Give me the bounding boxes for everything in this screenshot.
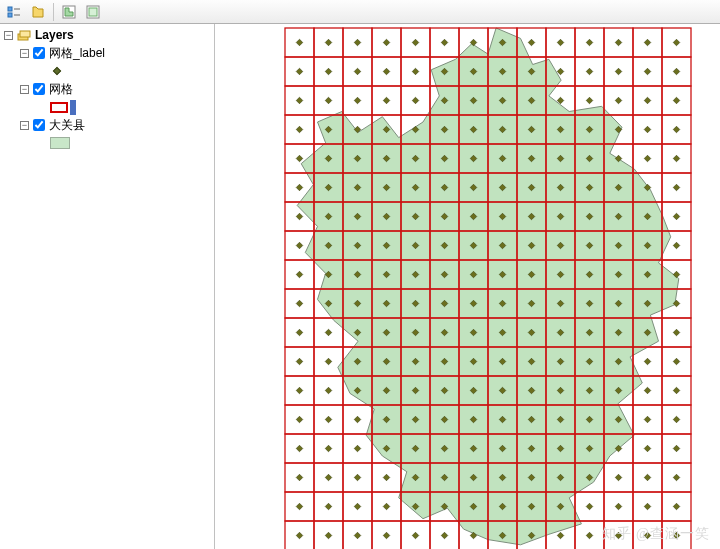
svg-rect-279 [412, 68, 419, 75]
svg-rect-285 [586, 68, 593, 75]
svg-rect-414 [673, 329, 680, 336]
svg-rect-317 [296, 155, 303, 162]
svg-rect-264 [383, 39, 390, 46]
svg-rect-262 [325, 39, 332, 46]
svg-rect-444 [325, 416, 332, 423]
svg-rect-488 [383, 503, 390, 510]
layer-visibility-checkbox[interactable] [33, 47, 45, 59]
svg-rect-387 [296, 300, 303, 307]
svg-rect-501 [354, 532, 361, 539]
svg-rect-458 [325, 445, 332, 452]
svg-rect-284 [557, 68, 564, 75]
layers-root[interactable]: − Layers [0, 26, 214, 44]
svg-rect-8 [20, 31, 30, 37]
fishnet-grid [285, 28, 691, 549]
svg-rect-345 [296, 213, 303, 220]
svg-rect-497 [644, 503, 651, 510]
polygon-symbol-icon [50, 137, 70, 149]
svg-rect-1 [8, 13, 12, 17]
svg-rect-272 [615, 39, 622, 46]
collapse-icon[interactable]: − [20, 49, 29, 58]
svg-rect-499 [296, 532, 303, 539]
svg-rect-456 [673, 416, 680, 423]
layer-item[interactable]: − 大关县 [0, 116, 214, 134]
svg-rect-495 [586, 503, 593, 510]
svg-rect-290 [325, 97, 332, 104]
svg-rect-293 [412, 97, 419, 104]
svg-rect-289 [296, 97, 303, 104]
layer-visibility-checkbox[interactable] [33, 119, 45, 131]
list-by-drawing-icon[interactable] [3, 2, 25, 22]
svg-rect-428 [673, 358, 680, 365]
svg-rect-512 [673, 532, 680, 539]
svg-rect-275 [296, 68, 303, 75]
svg-rect-445 [354, 416, 361, 423]
svg-rect-265 [412, 39, 419, 46]
list-by-visibility-icon[interactable] [58, 2, 80, 22]
layer-name: 大关县 [49, 116, 85, 134]
layer-symbol[interactable] [0, 134, 214, 152]
collapse-icon[interactable]: − [4, 31, 13, 40]
svg-rect-0 [8, 7, 12, 11]
collapse-icon[interactable]: − [20, 121, 29, 130]
svg-rect-416 [325, 358, 332, 365]
svg-rect-471 [296, 474, 303, 481]
svg-rect-415 [296, 358, 303, 365]
svg-rect-472 [325, 474, 332, 481]
map-viewport[interactable] [215, 24, 720, 549]
svg-rect-483 [644, 474, 651, 481]
svg-rect-508 [557, 532, 564, 539]
svg-rect-455 [644, 416, 651, 423]
svg-rect-509 [586, 532, 593, 539]
layer-symbol[interactable] [0, 62, 214, 80]
svg-rect-504 [441, 532, 448, 539]
svg-rect-402 [325, 329, 332, 336]
svg-rect-291 [354, 97, 361, 104]
svg-rect-344 [673, 184, 680, 191]
svg-rect-316 [673, 126, 680, 133]
layers-root-label: Layers [35, 26, 74, 44]
svg-rect-303 [296, 126, 303, 133]
svg-rect-429 [296, 387, 303, 394]
list-by-selection-icon[interactable] [82, 2, 104, 22]
svg-rect-500 [325, 532, 332, 539]
svg-rect-430 [325, 387, 332, 394]
svg-rect-470 [673, 445, 680, 452]
svg-rect-274 [673, 39, 680, 46]
svg-rect-286 [615, 68, 622, 75]
layer-item[interactable]: − 网格 [0, 80, 214, 98]
grid-outline-symbol-icon [50, 102, 68, 113]
svg-rect-301 [644, 97, 651, 104]
svg-rect-487 [354, 503, 361, 510]
svg-rect-273 [644, 39, 651, 46]
collapse-icon[interactable]: − [20, 85, 29, 94]
svg-rect-278 [383, 68, 390, 75]
svg-rect-485 [296, 503, 303, 510]
toc-toolbar [0, 0, 720, 24]
svg-rect-511 [644, 532, 651, 539]
svg-rect-292 [383, 97, 390, 104]
svg-rect-372 [673, 242, 680, 249]
svg-rect-474 [383, 474, 390, 481]
layer-item[interactable]: − 网格_label [0, 44, 214, 62]
layer-symbol[interactable] [0, 98, 214, 116]
svg-rect-469 [644, 445, 651, 452]
svg-rect-329 [644, 155, 651, 162]
map-canvas [215, 24, 720, 549]
list-by-source-icon[interactable] [27, 2, 49, 22]
svg-rect-427 [644, 358, 651, 365]
svg-rect-315 [644, 126, 651, 133]
grid-accent-symbol-icon [70, 100, 76, 115]
svg-rect-459 [354, 445, 361, 452]
svg-rect-358 [673, 213, 680, 220]
svg-rect-6 [89, 8, 97, 16]
svg-rect-503 [412, 532, 419, 539]
svg-rect-442 [673, 387, 680, 394]
svg-rect-482 [615, 474, 622, 481]
svg-rect-496 [615, 503, 622, 510]
svg-rect-510 [615, 532, 622, 539]
layer-visibility-checkbox[interactable] [33, 83, 45, 95]
svg-rect-331 [296, 184, 303, 191]
toc-panel: − Layers − 网格_label − 网格 − [0, 24, 215, 549]
svg-rect-401 [296, 329, 303, 336]
